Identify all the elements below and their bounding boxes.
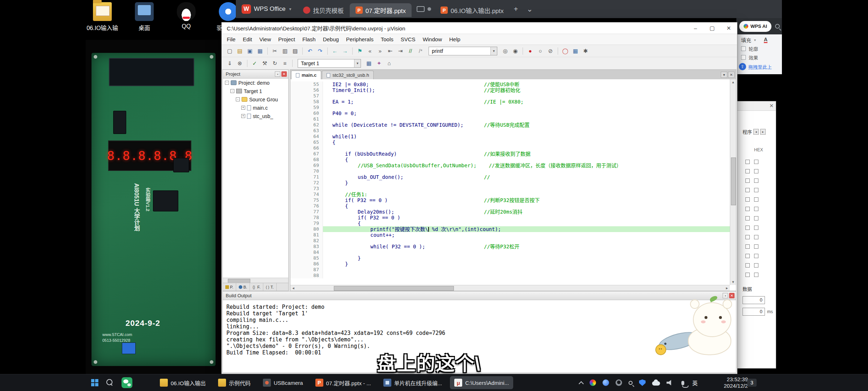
code-line[interactable]: 69//USB_SendData(UsbOutBuffer,OutNumber)… — [290, 163, 730, 168]
uvision-titlebar[interactable]: C:\Users\Administrator\Desktop\07.定时器\示例… — [222, 22, 737, 34]
mic-icon[interactable] — [681, 381, 684, 385]
pin-icon[interactable]: ▪ — [723, 293, 728, 298]
tray-browser-icon[interactable] — [603, 379, 609, 386]
taskbar-clock[interactable]: 23:52:39 2024/12/2 — [712, 376, 748, 389]
checkbox[interactable] — [754, 216, 758, 220]
code-line[interactable]: 64while(1) — [290, 134, 730, 139]
bookmark-icon[interactable]: ⚑ — [355, 46, 365, 56]
menu-file[interactable]: File — [223, 35, 239, 44]
disable-breakpoint-icon[interactable]: ○ — [536, 46, 545, 56]
code-line[interactable]: 56Timer0_Init();//定时器初始化 — [290, 87, 730, 93]
panel-tab-braces[interactable]: {}F. — [250, 283, 263, 291]
tab-list-button[interactable]: ⌄ — [522, 5, 537, 13]
debug-session-icon[interactable]: ◯ — [561, 46, 570, 56]
indent-right-icon[interactable]: ⇥ — [396, 46, 405, 56]
code-line[interactable]: 83while( P32 == 0 );//等待P32松开 — [290, 244, 730, 249]
close-icon[interactable]: ✕ — [729, 293, 735, 298]
checkbox[interactable] — [745, 197, 750, 202]
taskbar-button-1[interactable]: 示例代码 — [214, 376, 255, 389]
code-line[interactable]: 74//任务1: — [290, 192, 730, 197]
effect-row[interactable]: 效果 — [737, 52, 782, 61]
project-tree-item[interactable]: +main.c — [223, 104, 288, 112]
checkbox[interactable] — [754, 197, 758, 202]
save-all-icon[interactable]: ▦ — [255, 46, 265, 56]
tree-expand-icon[interactable]: - — [236, 97, 240, 101]
code-line[interactable]: 58EA = 1;//IE |= 0X80; — [290, 99, 730, 105]
code-line[interactable]: 84 — [290, 249, 730, 255]
close-icon[interactable]: ✕ — [281, 71, 287, 77]
rebuild-all-icon[interactable]: ↻ — [270, 59, 280, 68]
checkbox[interactable] — [745, 169, 750, 173]
chevron-down-icon[interactable]: ▾ — [354, 59, 361, 67]
checkbox[interactable] — [745, 207, 750, 211]
open-file-icon[interactable]: ▤ — [235, 46, 244, 56]
taskbar-button-5[interactable]: μC:\Users\Admini... — [450, 376, 513, 389]
project-hscrollbar[interactable] — [223, 278, 288, 283]
menu-flash[interactable]: Flash — [299, 35, 319, 44]
code-line[interactable]: 63 — [290, 128, 730, 134]
code-line[interactable]: 65{ — [290, 139, 730, 145]
wps-home-button[interactable]: W WPS Office ▾ — [236, 0, 297, 18]
kill-breakpoints-icon[interactable]: ⊘ — [546, 46, 555, 56]
tool-window-titlebar[interactable]: ✕ — [736, 101, 776, 111]
taskbar-button-2[interactable]: USBcamera — [259, 376, 307, 389]
undo-icon[interactable]: ↶ — [305, 46, 315, 56]
search-combobox[interactable]: printf ▾ — [429, 47, 497, 55]
code-line[interactable]: 57 — [290, 93, 730, 99]
checkbox[interactable] — [754, 244, 758, 249]
code-line[interactable]: 60P40 = 0; — [290, 110, 730, 116]
taskbar-search-button[interactable] — [106, 379, 114, 386]
comment-icon[interactable]: // — [406, 46, 415, 56]
checkbox[interactable] — [754, 254, 758, 258]
tree-expand-icon[interactable]: - — [225, 81, 229, 85]
indent-left-icon[interactable]: ⇤ — [386, 46, 395, 56]
checkbox[interactable] — [745, 160, 750, 164]
code-line[interactable]: 61 — [290, 116, 730, 122]
code-line[interactable]: 76{ — [290, 203, 730, 209]
checkbox[interactable] — [754, 178, 758, 183]
desktop-icon-folder[interactable]: 06.IO输入输 — [87, 2, 118, 32]
code-line[interactable]: 67if (bUsbOutReady)//如果接收到了数据 — [290, 151, 730, 157]
panel-tab-tmpl[interactable]: ( )T. — [263, 283, 277, 291]
tab-list-icon[interactable]: ▾ — [721, 72, 727, 78]
checkbox[interactable] — [745, 263, 750, 268]
close-icon[interactable]: ✕ — [728, 72, 735, 78]
outline-row[interactable]: 轮廓 — [737, 43, 782, 52]
redo-icon[interactable]: ↷ — [315, 46, 325, 56]
paste-icon[interactable]: ▨ — [290, 46, 300, 56]
checkbox[interactable] — [754, 273, 758, 277]
code-line[interactable]: 88 — [290, 273, 730, 278]
save-icon[interactable]: ▣ — [245, 46, 255, 56]
translate-file-icon[interactable]: ✓ — [250, 59, 259, 68]
tray-expand-icon[interactable] — [579, 381, 584, 386]
wechat-icon[interactable] — [122, 377, 132, 388]
project-panel-header[interactable]: Project ▪ ✕ — [223, 70, 288, 79]
code-line[interactable]: 87 — [290, 267, 730, 273]
editor-tab-1[interactable]: stc32_stc8_usb.h — [322, 71, 374, 79]
checkbox[interactable] — [745, 235, 750, 239]
notification-badge[interactable]: 3 — [747, 379, 757, 387]
menu-debug[interactable]: Debug — [319, 35, 342, 44]
speaker-icon[interactable] — [667, 379, 673, 386]
code-line[interactable]: 59 — [290, 105, 730, 110]
project-tree-item[interactable]: -Target 1 — [223, 87, 288, 95]
code-line[interactable]: 78if( P32 == 0 ) — [290, 215, 730, 220]
checkbox[interactable] — [745, 226, 750, 230]
checkbox[interactable] — [754, 169, 758, 173]
code-line[interactable]: 71usb_OUT_done();// — [290, 174, 730, 180]
code-line[interactable]: 66 — [290, 145, 730, 151]
menu-edit[interactable]: Edit — [239, 35, 256, 44]
build-target-icon[interactable]: ⚒ — [260, 59, 269, 68]
maximize-button[interactable]: ▢ — [704, 22, 720, 34]
code-line[interactable]: 72} — [290, 180, 730, 186]
search-icon[interactable] — [775, 24, 780, 29]
file-extensions-icon[interactable]: ▦ — [364, 59, 374, 68]
tray-person-icon[interactable] — [616, 379, 622, 386]
checkbox[interactable] — [754, 207, 758, 211]
next-bookmark-icon[interactable]: » — [375, 46, 385, 56]
editor-tab-0[interactable]: main.c — [291, 71, 321, 79]
menu-peripherals[interactable]: Peripherals — [342, 35, 377, 44]
desktop-icon-qq[interactable]: QQ — [171, 2, 202, 32]
wps-tab-2[interactable]: P06.IO输入输出.pptx — [435, 3, 509, 17]
menu-help[interactable]: Help — [446, 35, 464, 44]
